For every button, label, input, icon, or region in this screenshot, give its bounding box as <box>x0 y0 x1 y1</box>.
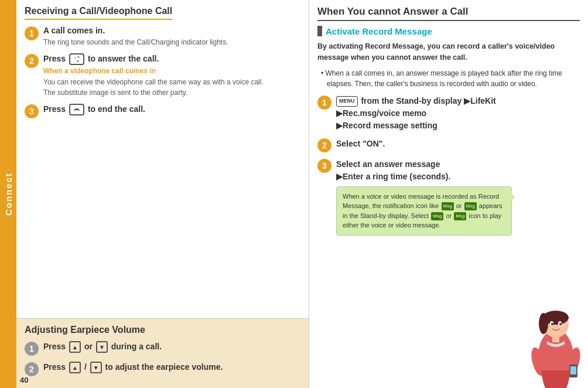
end-phone-icon <box>69 104 84 115</box>
step-1-content: A call comes in. The ring tone sounds an… <box>43 26 300 47</box>
right-step-number-2: 2 <box>317 138 331 152</box>
activate-heading-row: Activate Record Message <box>317 26 580 36</box>
arrow-down-btn: ▼ <box>96 341 108 353</box>
step-3: 3 Press to end the call. <box>25 104 300 118</box>
bullet-text: When a call comes in, an answer message … <box>323 68 580 89</box>
right-title: When You cannot Answer a Call <box>317 6 580 21</box>
main-content: Receiving a Call/Videophone Call 1 A cal… <box>16 0 588 388</box>
arrow-down-btn-2: ▼ <box>90 362 102 373</box>
videophone-label: When a videophone call comes in <box>43 67 300 75</box>
activate-bar <box>317 26 322 36</box>
msg-icon-2: Msg <box>464 202 477 210</box>
msg-icon-1: Msg <box>442 202 454 210</box>
right-step-1-content: MENU from the Stand-by display ▶LifeKit▶… <box>336 95 580 132</box>
sidebar-tab: Connect <box>0 0 16 388</box>
msg-icon-4: Msg <box>454 212 466 220</box>
right-step-1-main: MENU from the Stand-by display ▶LifeKit▶… <box>336 95 580 132</box>
earpiece-step-2-content: Press ▲ / ▼ to adjust the earpiece volum… <box>43 362 300 375</box>
intro-text: By activating Record Message, you can re… <box>317 41 580 63</box>
earpiece-step-1-content: Press ▲ or ▼ during a call. <box>43 341 300 355</box>
answer-phone-icon <box>69 53 84 65</box>
right-column: When You cannot Answer a Call Activate R… <box>309 0 588 388</box>
receiving-call-section: Receiving a Call/Videophone Call 1 A cal… <box>16 0 309 319</box>
step-number-1: 1 <box>25 26 39 40</box>
receiving-call-title: Receiving a Call/Videophone Call <box>25 6 172 20</box>
step-1: 1 A call comes in. The ring tone sounds … <box>25 26 300 47</box>
step-2-sub: You can receive the videophone call the … <box>43 77 300 98</box>
left-column: Receiving a Call/Videophone Call 1 A cal… <box>16 0 309 388</box>
msg-icon-3: Msg <box>431 212 443 220</box>
earpiece-step-1: 1 Press ▲ or ▼ during a call. <box>25 341 300 356</box>
arrow-up-btn: ▲ <box>69 341 81 353</box>
info-box: When a voice or video message is recorde… <box>336 186 512 236</box>
page-number: 40 <box>20 376 28 384</box>
svg-point-6 <box>551 323 553 325</box>
svg-rect-12 <box>570 366 576 375</box>
right-step-2-content: Select "ON". <box>336 138 580 150</box>
earpiece-step-number-1: 1 <box>25 342 39 356</box>
step-1-main: A call comes in. <box>43 26 300 35</box>
activate-text: Activate Record Message <box>326 26 432 36</box>
step-number-2: 2 <box>25 54 39 68</box>
menu-key-icon: MENU <box>336 96 358 107</box>
earpiece-step-2-main: Press ▲ / ▼ to adjust the earpiece volum… <box>43 362 300 373</box>
step-2: 2 Press to answer the call. <box>25 53 300 98</box>
step-2-content: Press to answer the call. When a videoph… <box>43 53 300 98</box>
earpiece-section: Adjusting Earpiece Volume 1 Press ▲ or ▼… <box>16 319 309 388</box>
step-number-3: 3 <box>25 104 39 118</box>
step-3-main: Press to end the call. <box>43 104 300 115</box>
sidebar-label: Connect <box>4 172 13 216</box>
svg-point-3 <box>539 313 548 334</box>
right-step-3-content: Select an answer message▶Enter a ring ti… <box>336 158 580 236</box>
arrow-up-btn-2: ▲ <box>69 362 81 373</box>
right-step-2: 2 Select "ON". <box>317 138 580 152</box>
earpiece-step-2: 2 Press ▲ / ▼ to adjust the earpiece vol… <box>25 362 300 376</box>
step-2-main: Press to answer the call. <box>43 53 300 65</box>
right-step-number-1: 1 <box>317 96 331 110</box>
earpiece-step-1-main: Press ▲ or ▼ during a call. <box>43 341 300 353</box>
character-illustration <box>524 306 588 388</box>
right-step-3-main: Select an answer message▶Enter a ring ti… <box>336 158 580 183</box>
right-step-3: 3 Select an answer message▶Enter a ring … <box>317 158 580 236</box>
right-step-1: 1 MENU from the Stand-by display ▶LifeKi… <box>317 95 580 132</box>
right-step-2-main: Select "ON". <box>336 138 580 150</box>
svg-point-7 <box>559 323 562 325</box>
step-3-content: Press to end the call. <box>43 104 300 117</box>
step-1-sub: The ring tone sounds and the Call/Chargi… <box>43 37 300 47</box>
earpiece-step-number-2: 2 <box>25 362 39 376</box>
top-section: Receiving a Call/Videophone Call 1 A cal… <box>16 0 588 388</box>
right-step-number-3: 3 <box>317 159 331 173</box>
earpiece-title: Adjusting Earpiece Volume <box>25 325 300 335</box>
svg-rect-8 <box>552 336 559 342</box>
